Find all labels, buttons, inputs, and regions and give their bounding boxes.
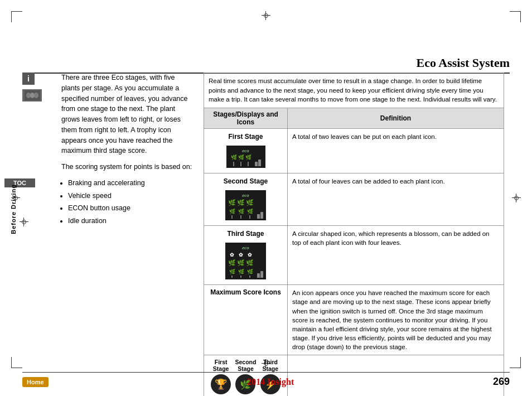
- footer-title: 2014 Insight: [247, 377, 294, 387]
- first-stage-label-max: First Stage: [210, 359, 232, 372]
- second-stage-label: Second Stage: [209, 177, 283, 186]
- third-stage-label-max: Third Stage: [259, 359, 282, 372]
- max-score-label: Maximum Score Icons: [204, 285, 288, 355]
- first-stage-def: A total of two leaves can be put on each…: [288, 129, 504, 173]
- first-stage-cell: First Stage eco 🌿: [204, 129, 288, 173]
- third-stage-cell: Third Stage eco ✿ 🌿 🌿: [204, 226, 288, 285]
- eco-assist-icon: [22, 89, 42, 102]
- svg-point-3: [34, 93, 38, 98]
- plant-s3-2: ✿ 🌿 🌿: [237, 252, 245, 278]
- scoring-intro: The scoring system for points is based o…: [61, 162, 195, 172]
- second-stage-label-max: Second Stage: [234, 359, 257, 372]
- footer: Home 2014 Insight 269: [22, 372, 510, 388]
- bars-group-3: [257, 271, 263, 278]
- third-stage-display: eco ✿ 🌿 🌿 ✿: [225, 243, 266, 279]
- corner-mark-bl: [11, 357, 22, 368]
- bullet-item-3: ECON button usage: [68, 203, 195, 214]
- plant-s2-3: 🌿 🌿: [246, 199, 254, 219]
- plant-s2-1: 🌿 🌿: [228, 199, 236, 219]
- bullet-item-1: Braking and accelerating: [68, 178, 195, 189]
- intro-paragraph: There are three Eco stages, with five pl…: [61, 73, 195, 156]
- toc-section: TOC: [4, 178, 35, 190]
- intro-text-box: Real time scores must accumulate over ti…: [204, 73, 504, 108]
- plant-1: 🌿: [231, 154, 237, 166]
- info-icon: i: [22, 73, 35, 85]
- right-table-area: Real time scores must accumulate over ti…: [204, 73, 504, 396]
- plant-s3-1: ✿ 🌿 🌿: [228, 252, 236, 278]
- third-stage-row: Third Stage eco ✿ 🌿 🌿: [204, 226, 504, 285]
- second-stage-icons: 🌿 🌿 🌿 🌿: [228, 199, 263, 219]
- corner-mark-tl: [11, 11, 22, 22]
- plant-2: 🌿: [238, 154, 244, 166]
- bars-group-2: [257, 212, 263, 219]
- second-stage-row: Second Stage eco 🌿 🌿: [204, 173, 504, 226]
- home-button[interactable]: Home: [22, 377, 49, 387]
- svg-point-1: [26, 93, 31, 98]
- bullet-item-4: Idle duration: [68, 216, 195, 226]
- bars-group-1: [255, 160, 261, 166]
- plant-3: 🌿: [245, 154, 252, 166]
- main-content: There are three Eco stages, with five pl…: [61, 73, 504, 363]
- page-title: Eco Assist System: [417, 56, 510, 70]
- stages-table: Stages/Displays and Icons Definition Fir…: [204, 108, 504, 285]
- col1-header: Stages/Displays and Icons: [204, 108, 288, 129]
- second-stage-def: A total of four leaves can be added to e…: [288, 173, 504, 226]
- left-text-block: There are three Eco stages, with five pl…: [61, 73, 195, 229]
- third-stage-def: A circular shaped icon, which represents…: [288, 226, 504, 285]
- col2-header: Definition: [288, 108, 504, 129]
- scoring-list: Braking and accelerating Vehicle speed E…: [68, 178, 195, 226]
- first-stage-icons: 🌿 🌿 🌿: [231, 154, 261, 166]
- left-sidebar: i: [22, 73, 56, 106]
- first-stage-label: First Stage: [209, 132, 283, 142]
- toc-label[interactable]: TOC: [4, 178, 35, 187]
- reg-mark-right: [512, 194, 521, 202]
- first-stage-display: eco 🌿 🌿: [226, 146, 265, 168]
- second-stage-display: eco 🌿 🌿 🌿 🌿: [225, 190, 266, 221]
- third-stage-icons: ✿ 🌿 🌿 ✿ 🌿 🌿: [228, 252, 263, 278]
- stage-label-row: First Stage Second Stage Third Stage: [209, 359, 283, 372]
- second-stage-cell: Second Stage eco 🌿 🌿: [204, 173, 288, 226]
- before-driving-label: Before Driving: [10, 184, 17, 234]
- max-score-desc: An icon appears once you have reached th…: [288, 285, 504, 355]
- third-stage-label: Third Stage: [209, 229, 283, 239]
- max-score-header-row: Maximum Score Icons An icon appears once…: [204, 285, 504, 355]
- svg-point-2: [30, 93, 35, 98]
- page-title-bar: Eco Assist System: [22, 56, 510, 74]
- side-reg-mark: [20, 218, 28, 226]
- corner-mark-tr: [510, 11, 521, 22]
- corner-mark-br: [510, 357, 521, 368]
- first-stage-row: First Stage eco 🌿: [204, 129, 504, 173]
- page: Eco Assist System i TOC Before Driving: [0, 0, 532, 396]
- bullet-item-2: Vehicle speed: [68, 191, 195, 201]
- plant-s2-2: 🌿 🌿: [237, 199, 245, 219]
- reg-mark-top: [262, 11, 270, 20]
- plant-s3-3: ✿ 🌿 🌿: [246, 252, 254, 278]
- page-number: 269: [493, 376, 510, 388]
